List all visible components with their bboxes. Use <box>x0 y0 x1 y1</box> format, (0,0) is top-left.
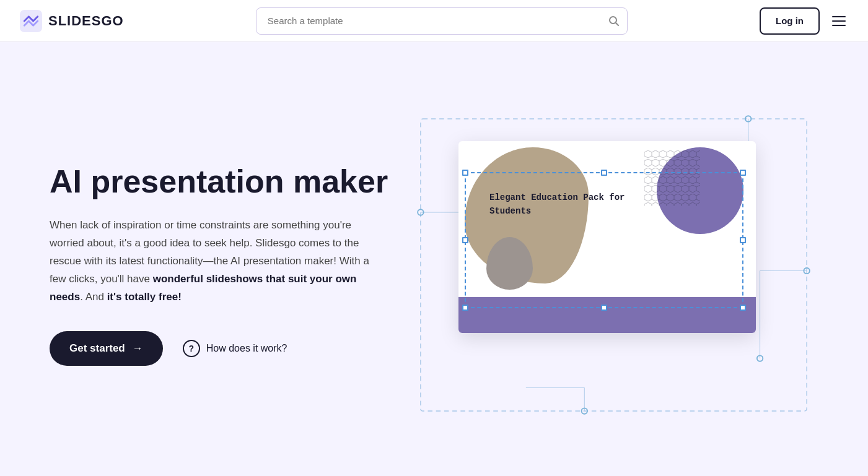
handle-top-left <box>462 170 468 176</box>
svg-point-14 <box>804 268 809 274</box>
slide-title: Elegant Education Pack for Students <box>489 191 625 219</box>
logo-icon <box>20 10 42 32</box>
search-input[interactable] <box>256 7 628 35</box>
logo-link[interactable]: SLIDESGO <box>20 10 124 32</box>
svg-point-11 <box>418 209 423 215</box>
hero-actions: Get started → ? How does it work? <box>50 331 409 366</box>
menu-line-2 <box>832 20 846 22</box>
hero-left: AI presentation maker When lack of inspi… <box>50 164 409 366</box>
hero-section: AI presentation maker When lack of inspi… <box>0 42 868 475</box>
logo-text: SLIDESGO <box>48 13 124 29</box>
menu-line-1 <box>832 16 846 17</box>
question-circle-icon: ? <box>183 340 200 357</box>
svg-rect-0 <box>20 10 42 32</box>
hero-bold-2: it's totally free! <box>107 291 182 303</box>
slide-card: Elegant Education Pack for Students <box>458 141 756 333</box>
svg-point-15 <box>582 408 587 413</box>
how-it-works-label: How does it work? <box>206 343 287 354</box>
how-it-works-button[interactable]: ? How does it work? <box>183 340 287 357</box>
hero-title: AI presentation maker <box>50 164 409 199</box>
get-started-button[interactable]: Get started → <box>50 331 163 366</box>
menu-line-3 <box>832 25 846 26</box>
handle-bottom-middle <box>601 305 607 311</box>
handle-middle-left <box>462 237 468 243</box>
handle-top-middle <box>601 170 607 176</box>
search-icon <box>608 15 620 27</box>
handle-bottom-left <box>462 305 468 311</box>
handle-bottom-right <box>740 305 746 311</box>
svg-point-16 <box>757 355 763 361</box>
login-button[interactable]: Log in <box>760 7 820 35</box>
get-started-label: Get started <box>69 342 125 355</box>
hero-description: When lack of inspiration or time constra… <box>50 217 372 306</box>
search-area <box>256 7 628 35</box>
handle-middle-right <box>740 237 746 243</box>
hero-bold-1: wonderful slideshows that suit your own … <box>50 273 356 303</box>
hero-right: Elegant Education Pack for Students <box>409 85 818 444</box>
handle-top-right <box>740 170 746 176</box>
svg-point-13 <box>745 116 751 121</box>
menu-button[interactable] <box>830 14 848 28</box>
header-right: Log in <box>760 7 848 35</box>
search-button[interactable] <box>608 15 620 27</box>
header: SLIDESGO Log in <box>0 0 868 42</box>
arrow-icon: → <box>133 342 143 355</box>
